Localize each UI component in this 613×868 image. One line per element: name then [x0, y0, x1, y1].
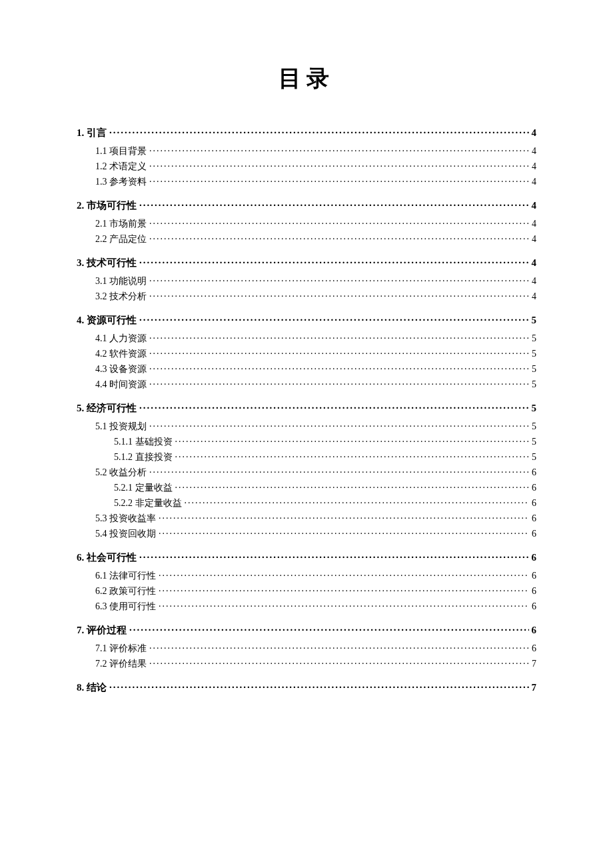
- toc-entry-label: 4.4 时间资源: [95, 380, 149, 389]
- toc-entry-label: 5.1 投资规划: [95, 422, 149, 431]
- toc-leader: [149, 233, 529, 242]
- toc-entry-label: 6.1 法律可行性: [95, 571, 159, 581]
- toc-leader: [149, 275, 529, 284]
- toc-entry-page: 6: [529, 468, 536, 477]
- toc-entry-label: 6. 社会可行性: [77, 553, 139, 563]
- toc-entry-label: 4.2 软件资源: [95, 349, 149, 359]
- toc-entry-page: 4: [529, 162, 536, 171]
- toc-entry-page: 5: [529, 315, 537, 325]
- toc-entry[interactable]: 6. 社会可行性6: [77, 551, 536, 563]
- toc-entry[interactable]: 8. 结论7: [77, 681, 536, 693]
- toc-leader: [175, 451, 530, 460]
- toc-entry[interactable]: 1.2 术语定义4: [77, 160, 536, 171]
- toc-entry[interactable]: 3.2 技术分析4: [77, 290, 536, 301]
- toc-entry-label: 5.3 投资收益率: [95, 514, 159, 523]
- toc-entry[interactable]: 4.2 软件资源5: [77, 347, 536, 359]
- toc-leader: [109, 681, 529, 691]
- toc-entry-label: 7.2 评价结果: [95, 659, 149, 669]
- toc-entry-label: 5.2 收益分析: [95, 468, 149, 477]
- toc-entry-page: 5: [529, 349, 536, 359]
- toc-entry[interactable]: 5.2.2 非定量收益6: [77, 497, 536, 508]
- toc-leader: [149, 217, 529, 227]
- page: 目录 1. 引言41.1 项目背景41.2 术语定义41.3 参考资料42. 市…: [0, 0, 613, 868]
- toc-leader: [149, 420, 529, 429]
- toc-entry-label: 4.1 人力资源: [95, 334, 149, 343]
- toc-entry-label: 1.1 项目背景: [95, 147, 149, 156]
- toc-entry-page: 6: [529, 483, 536, 493]
- toc-leader: [149, 145, 529, 154]
- toc-leader: [139, 199, 529, 209]
- toc-leader: [149, 363, 529, 372]
- toc-entry[interactable]: 5.2 收益分析6: [77, 466, 536, 477]
- toc-leader: [159, 527, 529, 537]
- toc-entry-page: 6: [529, 587, 536, 596]
- toc-leader: [159, 512, 529, 521]
- toc-entry-label: 2.1 市场前景: [95, 219, 149, 229]
- toc-entry-label: 3. 技术可行性: [77, 258, 139, 268]
- toc-entry-page: 7: [529, 683, 537, 693]
- toc-entry-page: 5: [529, 437, 536, 447]
- toc-entry[interactable]: 2.2 产品定位4: [77, 233, 536, 244]
- toc-entry[interactable]: 1.3 参考资料4: [77, 175, 536, 187]
- toc-entry-page: 4: [529, 219, 536, 229]
- toc-entry[interactable]: 5. 经济可行性5: [77, 401, 536, 413]
- toc-entry[interactable]: 5.1.2 直接投资5: [77, 451, 536, 462]
- toc-entry-label: 7.1 评价标准: [95, 644, 149, 653]
- toc-leader: [159, 600, 529, 609]
- toc-entry[interactable]: 5.2.1 定量收益6: [77, 481, 536, 493]
- toc-entry[interactable]: 2. 市场可行性4: [77, 199, 536, 211]
- toc-entry-page: 6: [529, 529, 536, 539]
- toc-entry-label: 1.2 术语定义: [95, 162, 149, 171]
- toc-entry[interactable]: 4.3 设备资源5: [77, 363, 536, 374]
- toc-entry[interactable]: 5.4 投资回收期6: [77, 527, 536, 539]
- toc-entry-page: 4: [529, 235, 536, 244]
- toc-entry-label: 5.1.2 直接投资: [114, 453, 175, 462]
- toc-entry[interactable]: 7.2 评价结果7: [77, 657, 536, 669]
- toc-entry-page: 4: [529, 277, 536, 286]
- toc-title: 目录: [77, 63, 536, 94]
- toc-leader: [159, 585, 529, 594]
- toc-entry[interactable]: 1. 引言4: [77, 126, 536, 138]
- toc-leader: [139, 551, 529, 561]
- toc-entry[interactable]: 4.4 时间资源5: [77, 378, 536, 389]
- toc-entry-page: 5: [529, 380, 536, 389]
- toc-entry-label: 1.3 参考资料: [95, 177, 149, 187]
- toc-entry[interactable]: 3. 技术可行性4: [77, 256, 536, 268]
- toc-entry[interactable]: 5.1 投资规划5: [77, 420, 536, 431]
- toc-leader: [149, 642, 529, 651]
- toc-entry-page: 7: [529, 659, 536, 669]
- toc-entry-page: 4: [529, 292, 536, 301]
- toc-entry[interactable]: 6.2 政策可行性6: [77, 585, 536, 596]
- toc-entry[interactable]: 7. 评价过程6: [77, 623, 536, 635]
- toc-entry-page: 5: [529, 365, 536, 374]
- toc-leader: [149, 332, 529, 341]
- toc-leader: [139, 256, 529, 266]
- toc-leader: [149, 347, 529, 357]
- toc-leader: [149, 175, 529, 185]
- toc-entry-page: 6: [529, 625, 537, 635]
- toc-entry-page: 6: [529, 499, 536, 508]
- toc-entry[interactable]: 7.1 评价标准6: [77, 642, 536, 653]
- toc-entry-page: 6: [529, 571, 536, 581]
- toc-leader: [139, 313, 529, 323]
- toc-entry-label: 4.3 设备资源: [95, 365, 149, 374]
- toc-entry[interactable]: 1.1 项目背景4: [77, 145, 536, 156]
- toc-entry-label: 3.2 技术分析: [95, 292, 149, 301]
- toc-entry[interactable]: 4.1 人力资源5: [77, 332, 536, 343]
- toc-entry[interactable]: 5.1.1 基础投资5: [77, 435, 536, 447]
- toc-entry[interactable]: 3.1 功能说明4: [77, 275, 536, 286]
- toc-entry[interactable]: 6.3 使用可行性6: [77, 600, 536, 611]
- toc-leader: [149, 657, 529, 667]
- toc-entry-page: 4: [529, 258, 537, 268]
- toc-entry[interactable]: 2.1 市场前景4: [77, 217, 536, 229]
- toc-entry[interactable]: 5.3 投资收益率6: [77, 512, 536, 523]
- toc-entry-page: 5: [529, 422, 536, 431]
- toc-leader: [159, 569, 529, 579]
- toc-entry-page: 4: [529, 177, 536, 187]
- toc-entry-label: 2.2 产品定位: [95, 235, 149, 244]
- toc-entry-page: 4: [529, 147, 536, 156]
- toc-entry[interactable]: 6.1 法律可行性6: [77, 569, 536, 581]
- toc-entry-page: 5: [529, 334, 536, 343]
- toc-entry-label: 5.2.1 定量收益: [114, 483, 175, 493]
- toc-entry[interactable]: 4. 资源可行性5: [77, 313, 536, 325]
